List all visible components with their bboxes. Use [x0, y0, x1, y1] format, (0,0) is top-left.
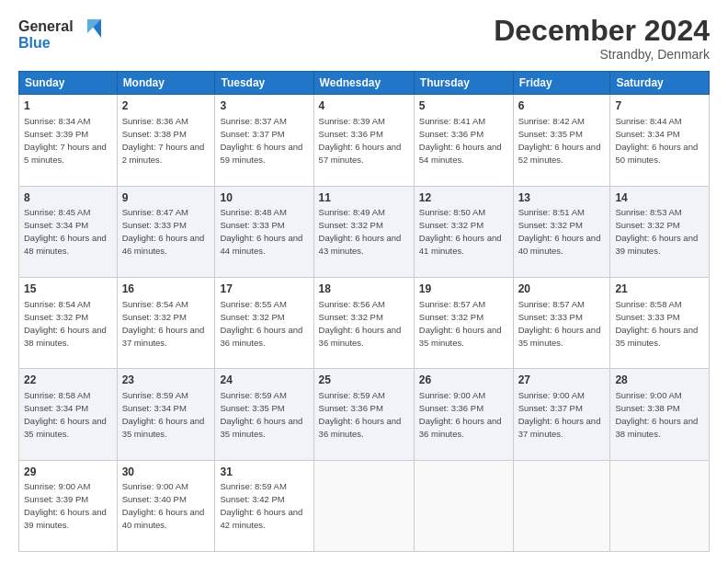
- table-cell: 6 Sunrise: 8:42 AMSunset: 3:35 PMDayligh…: [513, 95, 610, 186]
- day-number: 27: [518, 373, 606, 388]
- table-cell: 22 Sunrise: 8:58 AMSunset: 3:34 PMDaylig…: [19, 369, 118, 460]
- table-cell: [513, 460, 610, 551]
- day-number: 22: [24, 373, 112, 388]
- col-thursday: Thursday: [414, 72, 513, 95]
- table-cell: 20 Sunrise: 8:57 AMSunset: 3:33 PMDaylig…: [513, 277, 610, 368]
- table-cell: 8 Sunrise: 8:45 AMSunset: 3:34 PMDayligh…: [19, 186, 118, 277]
- table-cell: 7 Sunrise: 8:44 AMSunset: 3:34 PMDayligh…: [610, 95, 710, 186]
- day-number: 13: [518, 190, 606, 206]
- day-number: 25: [319, 373, 409, 388]
- day-info: Sunrise: 8:55 AMSunset: 3:32 PMDaylight:…: [220, 299, 302, 348]
- day-number: 24: [220, 373, 308, 388]
- table-cell: 11 Sunrise: 8:49 AMSunset: 3:32 PMDaylig…: [313, 186, 414, 277]
- table-cell: 14 Sunrise: 8:53 AMSunset: 3:32 PMDaylig…: [610, 186, 710, 277]
- day-number: 5: [419, 98, 508, 114]
- day-number: 6: [518, 98, 606, 114]
- col-sunday: Sunday: [19, 72, 118, 95]
- day-number: 12: [419, 190, 508, 206]
- table-cell: 9 Sunrise: 8:47 AMSunset: 3:33 PMDayligh…: [117, 186, 215, 277]
- table-cell: 23 Sunrise: 8:59 AMSunset: 3:34 PMDaylig…: [117, 369, 215, 460]
- day-info: Sunrise: 8:42 AMSunset: 3:35 PMDaylight:…: [518, 116, 601, 165]
- svg-text:Blue: Blue: [18, 35, 51, 51]
- table-cell: 13 Sunrise: 8:51 AMSunset: 3:32 PMDaylig…: [513, 186, 610, 277]
- week-row-2: 8 Sunrise: 8:45 AMSunset: 3:34 PMDayligh…: [19, 186, 710, 277]
- day-number: 2: [122, 98, 210, 114]
- day-info: Sunrise: 8:59 AMSunset: 3:35 PMDaylight:…: [220, 390, 302, 439]
- col-monday: Monday: [117, 72, 215, 95]
- table-cell: 30 Sunrise: 9:00 AMSunset: 3:40 PMDaylig…: [117, 460, 215, 551]
- day-info: Sunrise: 8:56 AMSunset: 3:32 PMDaylight:…: [319, 299, 402, 348]
- day-info: Sunrise: 9:00 AMSunset: 3:39 PMDaylight:…: [24, 481, 107, 530]
- day-number: 8: [24, 190, 112, 206]
- day-info: Sunrise: 8:49 AMSunset: 3:32 PMDaylight:…: [319, 207, 402, 256]
- day-number: 29: [24, 465, 112, 480]
- day-number: 11: [319, 190, 409, 206]
- day-info: Sunrise: 8:54 AMSunset: 3:32 PMDaylight:…: [122, 299, 205, 348]
- day-info: Sunrise: 9:00 AMSunset: 3:38 PMDaylight:…: [615, 390, 698, 439]
- day-info: Sunrise: 8:39 AMSunset: 3:36 PMDaylight:…: [319, 116, 402, 165]
- table-cell: 24 Sunrise: 8:59 AMSunset: 3:35 PMDaylig…: [215, 369, 313, 460]
- week-row-5: 29 Sunrise: 9:00 AMSunset: 3:39 PMDaylig…: [19, 460, 710, 551]
- table-cell: 17 Sunrise: 8:55 AMSunset: 3:32 PMDaylig…: [215, 277, 313, 368]
- day-info: Sunrise: 8:59 AMSunset: 3:34 PMDaylight:…: [122, 390, 205, 439]
- day-number: 18: [319, 282, 409, 297]
- day-number: 26: [419, 373, 508, 388]
- day-info: Sunrise: 8:57 AMSunset: 3:32 PMDaylight:…: [419, 299, 502, 348]
- table-cell: 28 Sunrise: 9:00 AMSunset: 3:38 PMDaylig…: [610, 369, 710, 460]
- week-row-1: 1 Sunrise: 8:34 AMSunset: 3:39 PMDayligh…: [19, 95, 710, 186]
- day-info: Sunrise: 8:54 AMSunset: 3:32 PMDaylight:…: [24, 299, 107, 348]
- table-cell: 31 Sunrise: 8:59 AMSunset: 3:42 PMDaylig…: [215, 460, 313, 551]
- table-cell: 26 Sunrise: 9:00 AMSunset: 3:36 PMDaylig…: [414, 369, 513, 460]
- table-cell: 19 Sunrise: 8:57 AMSunset: 3:32 PMDaylig…: [414, 277, 513, 368]
- day-info: Sunrise: 8:48 AMSunset: 3:33 PMDaylight:…: [220, 207, 302, 256]
- day-info: Sunrise: 9:00 AMSunset: 3:36 PMDaylight:…: [419, 390, 502, 439]
- title-block: December 2024 Strandby, Denmark: [494, 15, 710, 62]
- table-cell: [414, 460, 513, 551]
- table-cell: 15 Sunrise: 8:54 AMSunset: 3:32 PMDaylig…: [19, 277, 118, 368]
- day-info: Sunrise: 8:34 AMSunset: 3:39 PMDaylight:…: [24, 116, 107, 165]
- day-info: Sunrise: 8:50 AMSunset: 3:32 PMDaylight:…: [419, 207, 502, 256]
- day-number: 17: [220, 282, 308, 297]
- col-tuesday: Tuesday: [215, 72, 313, 95]
- day-number: 20: [518, 282, 606, 297]
- table-cell: [313, 460, 414, 551]
- month-title: December 2024: [494, 15, 710, 47]
- table-cell: 25 Sunrise: 8:59 AMSunset: 3:36 PMDaylig…: [313, 369, 414, 460]
- location: Strandby, Denmark: [494, 47, 710, 62]
- table-cell: 12 Sunrise: 8:50 AMSunset: 3:32 PMDaylig…: [414, 186, 513, 277]
- day-info: Sunrise: 8:51 AMSunset: 3:32 PMDaylight:…: [518, 207, 601, 256]
- day-number: 16: [122, 282, 210, 297]
- week-row-4: 22 Sunrise: 8:58 AMSunset: 3:34 PMDaylig…: [19, 369, 710, 460]
- svg-text:General: General: [18, 18, 74, 34]
- calendar-table: Sunday Monday Tuesday Wednesday Thursday…: [18, 71, 710, 552]
- day-number: 23: [122, 373, 210, 388]
- day-info: Sunrise: 9:00 AMSunset: 3:37 PMDaylight:…: [518, 390, 601, 439]
- day-info: Sunrise: 8:59 AMSunset: 3:42 PMDaylight:…: [220, 481, 302, 530]
- day-info: Sunrise: 8:47 AMSunset: 3:33 PMDaylight:…: [122, 207, 205, 256]
- col-wednesday: Wednesday: [313, 72, 414, 95]
- table-cell: 5 Sunrise: 8:41 AMSunset: 3:36 PMDayligh…: [414, 95, 513, 186]
- day-info: Sunrise: 8:36 AMSunset: 3:38 PMDaylight:…: [122, 116, 205, 165]
- col-friday: Friday: [513, 72, 610, 95]
- table-cell: 29 Sunrise: 9:00 AMSunset: 3:39 PMDaylig…: [19, 460, 118, 551]
- day-info: Sunrise: 8:58 AMSunset: 3:34 PMDaylight:…: [24, 390, 107, 439]
- logo: General Blue: [18, 15, 101, 57]
- day-number: 21: [615, 282, 704, 297]
- day-info: Sunrise: 8:53 AMSunset: 3:32 PMDaylight:…: [615, 207, 698, 256]
- table-cell: 1 Sunrise: 8:34 AMSunset: 3:39 PMDayligh…: [19, 95, 118, 186]
- header: General Blue December 2024 Strandby, Den…: [18, 15, 710, 62]
- day-number: 31: [220, 465, 308, 480]
- week-row-3: 15 Sunrise: 8:54 AMSunset: 3:32 PMDaylig…: [19, 277, 710, 368]
- day-number: 1: [24, 98, 112, 114]
- day-number: 19: [419, 282, 508, 297]
- day-info: Sunrise: 8:58 AMSunset: 3:33 PMDaylight:…: [615, 299, 698, 348]
- day-number: 7: [615, 98, 704, 114]
- day-number: 10: [220, 190, 308, 206]
- day-info: Sunrise: 8:45 AMSunset: 3:34 PMDaylight:…: [24, 207, 107, 256]
- table-cell: 2 Sunrise: 8:36 AMSunset: 3:38 PMDayligh…: [117, 95, 215, 186]
- table-cell: [610, 460, 710, 551]
- col-saturday: Saturday: [610, 72, 710, 95]
- logo-svg: General Blue: [18, 15, 101, 53]
- table-cell: 16 Sunrise: 8:54 AMSunset: 3:32 PMDaylig…: [117, 277, 215, 368]
- day-info: Sunrise: 8:59 AMSunset: 3:36 PMDaylight:…: [319, 390, 402, 439]
